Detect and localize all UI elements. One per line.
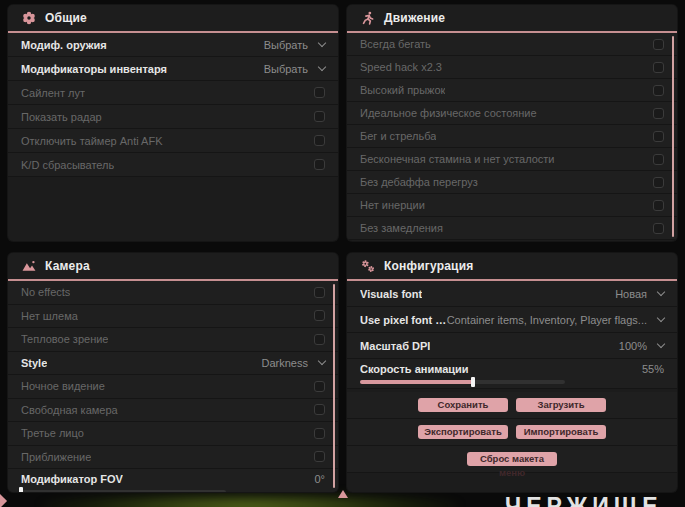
row-thermal-vision[interactable]: Тепловое зрение: [8, 328, 338, 352]
free-camera-checkbox[interactable]: [314, 404, 325, 415]
zoom-checkbox[interactable]: [314, 451, 325, 462]
row-no-inertia[interactable]: Нет инерции: [347, 194, 677, 217]
row-style[interactable]: StyleDarkness: [8, 352, 338, 376]
row-perfect-physical-state[interactable]: Идеальное физическое состояние: [347, 102, 677, 125]
row-label: Модификатор FOV: [21, 473, 123, 485]
thermal-vision-checkbox[interactable]: [314, 334, 325, 345]
row-label: Бег и стрельба: [360, 130, 436, 142]
row-pixel-font-for[interactable]: Use pixel font forContainer items, Inven…: [347, 307, 677, 333]
speed-hack-checkbox[interactable]: [653, 62, 664, 73]
row-third-person[interactable]: Третье лицо: [8, 422, 338, 446]
row-always-run[interactable]: Всегда бегать: [347, 33, 677, 56]
edge-decoration: [0, 494, 7, 507]
mod-menu-screen: ЧЕРЖИЩЕ Общие Модиф. оружияВыбратьМодифи…: [0, 0, 685, 507]
show-radar-checkbox[interactable]: [314, 111, 325, 122]
always-run-checkbox[interactable]: [653, 39, 664, 50]
row-label: Модиф. оружия: [21, 39, 107, 51]
inventory-mods-dropdown[interactable]: Выбрать: [264, 63, 325, 75]
third-person-checkbox[interactable]: [314, 428, 325, 439]
kd-resetter-checkbox[interactable]: [314, 159, 325, 170]
visuals-font-dropdown[interactable]: Новая: [615, 288, 664, 300]
dropdown-value: Container items, Inventory, Player flags…: [447, 314, 647, 326]
watermark-text: ЧЕРЖИЩЕ: [505, 493, 663, 507]
row-no-helmet[interactable]: Нет шлема: [8, 305, 338, 329]
high-jump-checkbox[interactable]: [653, 85, 664, 96]
gears-icon: [361, 259, 375, 273]
silent-loot-checkbox[interactable]: [314, 87, 325, 98]
run-and-shoot-checkbox[interactable]: [653, 131, 664, 142]
row-high-jump[interactable]: Высокий прыжок: [347, 79, 677, 102]
panel-movement: Движение Всегда бегатьSpeed hack x2.3Выс…: [347, 5, 677, 241]
row-no-effects[interactable]: No effects: [8, 281, 338, 305]
row-label: Скорость анимации: [360, 363, 469, 375]
night-vision-checkbox[interactable]: [314, 381, 325, 392]
config-buttons-area: СохранитьЗагрузитьЭкспортироватьИмпортир…: [347, 389, 677, 473]
row-label: Ночное видение: [21, 380, 105, 392]
row-fov-modifier[interactable]: Модификатор FOV0°: [8, 469, 338, 492]
slider-handle[interactable]: [19, 487, 23, 492]
row-speed-hack[interactable]: Speed hack x2.3: [347, 56, 677, 79]
reset-menu-layout-button[interactable]: Сброс макета меню: [467, 452, 557, 466]
row-kd-resetter[interactable]: K/D сбрасыватель: [8, 153, 338, 177]
row-night-vision[interactable]: Ночное видение: [8, 375, 338, 399]
mountains-icon: [22, 259, 36, 273]
infinite-stamina-checkbox[interactable]: [653, 154, 664, 165]
no-overload-debuff-checkbox[interactable]: [653, 177, 664, 188]
weapon-mod-dropdown[interactable]: Выбрать: [264, 39, 325, 51]
row-label: Всегда бегать: [360, 38, 431, 50]
row-infinite-stamina[interactable]: Бесконечная стамина и нет усталости: [347, 148, 677, 171]
no-helmet-checkbox[interactable]: [314, 310, 325, 321]
save-button[interactable]: Сохранить: [418, 398, 508, 412]
row-label: Отключить таймер Anti AFK: [21, 135, 163, 147]
camera-scrollbar[interactable]: [333, 284, 335, 488]
style-dropdown[interactable]: Darkness: [262, 357, 325, 369]
row-weapon-mod[interactable]: Модиф. оружияВыбрать: [8, 33, 338, 57]
row-visuals-font[interactable]: Visuals fontНовая: [347, 281, 677, 307]
row-no-slowdown[interactable]: Без замедления: [347, 217, 677, 240]
row-anti-afk-timer[interactable]: Отключить таймер Anti AFK: [8, 129, 338, 153]
pixel-font-for-dropdown[interactable]: Container items, Inventory, Player flags…: [447, 314, 664, 326]
animation-speed-slider[interactable]: [360, 380, 565, 384]
dropdown-value: Выбрать: [264, 63, 308, 75]
panel-title: Движение: [384, 11, 445, 25]
row-label: No effects: [21, 286, 70, 298]
row-label: K/D сбрасыватель: [21, 159, 114, 171]
load-button[interactable]: Загрузить: [516, 398, 606, 412]
row-label: Модификаторы инвентаря: [21, 63, 167, 75]
row-run-and-shoot[interactable]: Бег и стрельба: [347, 125, 677, 148]
panel-camera-body: No effectsНет шлемаТепловое зрениеStyleD…: [8, 281, 338, 492]
import-button[interactable]: Импортировать: [516, 425, 606, 439]
row-silent-loot[interactable]: Сайлент лут: [8, 81, 338, 105]
movement-scrollbar[interactable]: [672, 36, 674, 237]
row-show-radar[interactable]: Показать радар: [8, 105, 338, 129]
row-label: Без замедления: [360, 222, 443, 234]
row-inventory-mods[interactable]: Модификаторы инвентаряВыбрать: [8, 57, 338, 81]
no-effects-checkbox[interactable]: [314, 287, 325, 298]
export-button[interactable]: Экспортировать: [418, 425, 508, 439]
row-dpi-scale[interactable]: Масштаб DPI100%: [347, 333, 677, 359]
row-label: Свободная камера: [21, 404, 118, 416]
cursor-triangle: [338, 490, 348, 498]
row-label: Приближение: [21, 451, 91, 463]
anti-afk-timer-checkbox[interactable]: [314, 135, 325, 146]
dropdown-value: 100%: [619, 340, 647, 352]
game-world-glow: [40, 492, 460, 507]
panel-movement-body: Всегда бегатьSpeed hack x2.3Высокий прыж…: [347, 33, 677, 240]
row-no-overload-debuff[interactable]: Без дебаффа перегруз: [347, 171, 677, 194]
dpi-scale-dropdown[interactable]: 100%: [619, 340, 664, 352]
flower-gear-icon: [22, 11, 36, 25]
row-free-camera[interactable]: Свободная камера: [8, 399, 338, 423]
panel-movement-header: Движение: [347, 5, 677, 33]
row-zoom[interactable]: Приближение: [8, 446, 338, 470]
button-row: Сброс макета меню: [347, 446, 677, 473]
no-slowdown-checkbox[interactable]: [653, 223, 664, 234]
dropdown-value: Выбрать: [264, 39, 308, 51]
button-row: СохранитьЗагрузить: [347, 392, 677, 419]
perfect-physical-state-checkbox[interactable]: [653, 108, 664, 119]
row-label: Без дебаффа перегруз: [360, 176, 478, 188]
row-label: Показать радар: [21, 111, 102, 123]
no-inertia-checkbox[interactable]: [653, 200, 664, 211]
fov-modifier-slider[interactable]: [21, 490, 226, 492]
row-animation-speed[interactable]: Скорость анимации55%: [347, 359, 677, 389]
slider-handle[interactable]: [471, 377, 475, 387]
